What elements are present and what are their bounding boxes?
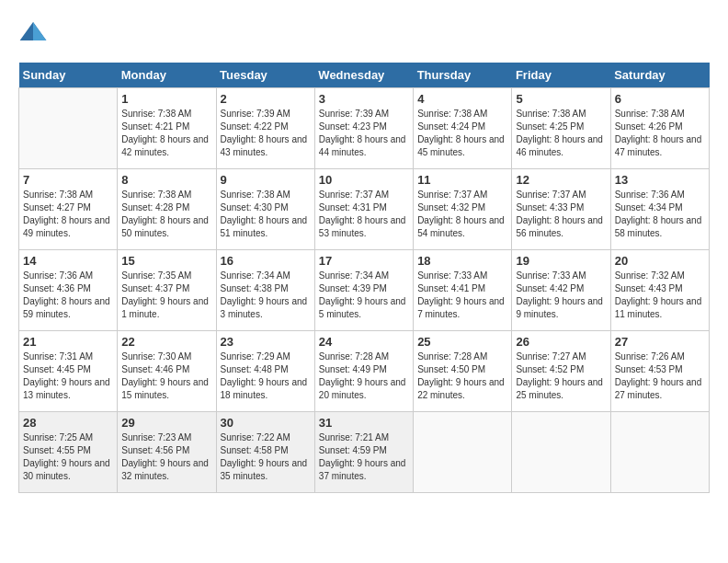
calendar-cell: 17Sunrise: 7:34 AMSunset: 4:39 PMDayligh… bbox=[314, 250, 413, 331]
day-info: Sunrise: 7:36 AMSunset: 4:34 PMDaylight:… bbox=[615, 189, 705, 240]
day-number: 7 bbox=[23, 173, 113, 187]
calendar-table: SundayMondayTuesdayWednesdayThursdayFrid… bbox=[18, 63, 710, 493]
day-number: 10 bbox=[319, 173, 409, 187]
week-row-4: 21Sunrise: 7:31 AMSunset: 4:45 PMDayligh… bbox=[19, 331, 710, 412]
day-info: Sunrise: 7:32 AMSunset: 4:43 PMDaylight:… bbox=[615, 270, 705, 321]
day-info: Sunrise: 7:36 AMSunset: 4:36 PMDaylight:… bbox=[23, 270, 113, 321]
calendar-cell: 6Sunrise: 7:38 AMSunset: 4:26 PMDaylight… bbox=[610, 88, 709, 169]
calendar-cell: 3Sunrise: 7:39 AMSunset: 4:23 PMDaylight… bbox=[314, 88, 413, 169]
day-info: Sunrise: 7:26 AMSunset: 4:53 PMDaylight:… bbox=[615, 350, 705, 402]
day-info: Sunrise: 7:37 AMSunset: 4:31 PMDaylight:… bbox=[319, 189, 409, 240]
day-info: Sunrise: 7:37 AMSunset: 4:32 PMDaylight:… bbox=[417, 189, 507, 240]
day-number: 1 bbox=[121, 92, 211, 106]
day-number: 30 bbox=[221, 416, 311, 430]
day-number: 9 bbox=[221, 173, 311, 187]
day-number: 31 bbox=[319, 416, 409, 430]
day-info: Sunrise: 7:30 AMSunset: 4:46 PMDaylight:… bbox=[121, 350, 211, 402]
calendar-cell: 13Sunrise: 7:36 AMSunset: 4:34 PMDayligh… bbox=[610, 169, 709, 250]
calendar-cell: 4Sunrise: 7:38 AMSunset: 4:24 PMDaylight… bbox=[414, 88, 512, 169]
week-row-2: 7Sunrise: 7:38 AMSunset: 4:27 PMDaylight… bbox=[19, 169, 710, 250]
calendar-cell: 30Sunrise: 7:22 AMSunset: 4:58 PMDayligh… bbox=[216, 412, 314, 493]
day-number: 4 bbox=[417, 92, 507, 106]
day-number: 29 bbox=[121, 416, 211, 430]
day-number: 14 bbox=[23, 254, 113, 268]
day-info: Sunrise: 7:37 AMSunset: 4:33 PMDaylight:… bbox=[516, 189, 606, 240]
day-header-wednesday: Wednesday bbox=[314, 63, 413, 88]
calendar-header-row: SundayMondayTuesdayWednesdayThursdayFrid… bbox=[19, 63, 710, 88]
day-number: 15 bbox=[121, 254, 211, 268]
week-row-5: 28Sunrise: 7:25 AMSunset: 4:55 PMDayligh… bbox=[19, 412, 710, 493]
calendar-cell: 14Sunrise: 7:36 AMSunset: 4:36 PMDayligh… bbox=[19, 250, 118, 331]
day-info: Sunrise: 7:34 AMSunset: 4:38 PMDaylight:… bbox=[221, 270, 311, 321]
day-header-monday: Monday bbox=[118, 63, 216, 88]
day-number: 25 bbox=[417, 335, 507, 349]
calendar-cell: 9Sunrise: 7:38 AMSunset: 4:30 PMDaylight… bbox=[216, 169, 314, 250]
calendar-cell: 26Sunrise: 7:27 AMSunset: 4:52 PMDayligh… bbox=[512, 331, 610, 412]
day-info: Sunrise: 7:33 AMSunset: 4:41 PMDaylight:… bbox=[417, 270, 507, 321]
day-number: 3 bbox=[319, 92, 409, 106]
calendar-cell: 2Sunrise: 7:39 AMSunset: 4:22 PMDaylight… bbox=[216, 88, 314, 169]
day-header-thursday: Thursday bbox=[414, 63, 512, 88]
day-number: 21 bbox=[23, 335, 113, 349]
day-number: 18 bbox=[417, 254, 507, 268]
calendar-cell: 12Sunrise: 7:37 AMSunset: 4:33 PMDayligh… bbox=[512, 169, 610, 250]
day-info: Sunrise: 7:25 AMSunset: 4:55 PMDaylight:… bbox=[23, 431, 113, 483]
calendar-cell: 29Sunrise: 7:23 AMSunset: 4:56 PMDayligh… bbox=[118, 412, 216, 493]
day-number: 16 bbox=[221, 254, 311, 268]
day-info: Sunrise: 7:35 AMSunset: 4:37 PMDaylight:… bbox=[121, 270, 211, 321]
calendar-cell: 20Sunrise: 7:32 AMSunset: 4:43 PMDayligh… bbox=[610, 250, 709, 331]
day-info: Sunrise: 7:38 AMSunset: 4:24 PMDaylight:… bbox=[417, 108, 507, 159]
day-info: Sunrise: 7:28 AMSunset: 4:49 PMDaylight:… bbox=[319, 350, 409, 402]
calendar-cell: 28Sunrise: 7:25 AMSunset: 4:55 PMDayligh… bbox=[19, 412, 118, 493]
day-info: Sunrise: 7:21 AMSunset: 4:59 PMDaylight:… bbox=[319, 431, 409, 483]
day-number: 26 bbox=[516, 335, 606, 349]
calendar-cell: 5Sunrise: 7:38 AMSunset: 4:25 PMDaylight… bbox=[512, 88, 610, 169]
day-info: Sunrise: 7:38 AMSunset: 4:27 PMDaylight:… bbox=[23, 189, 113, 240]
day-header-tuesday: Tuesday bbox=[216, 63, 314, 88]
day-number: 8 bbox=[121, 173, 211, 187]
calendar-cell bbox=[19, 88, 118, 169]
day-number: 24 bbox=[319, 335, 409, 349]
week-row-1: 1Sunrise: 7:38 AMSunset: 4:21 PMDaylight… bbox=[19, 88, 710, 169]
calendar-cell: 24Sunrise: 7:28 AMSunset: 4:49 PMDayligh… bbox=[314, 331, 413, 412]
calendar-cell: 25Sunrise: 7:28 AMSunset: 4:50 PMDayligh… bbox=[414, 331, 512, 412]
day-info: Sunrise: 7:31 AMSunset: 4:45 PMDaylight:… bbox=[23, 350, 113, 402]
day-number: 28 bbox=[23, 416, 113, 430]
calendar-cell: 27Sunrise: 7:26 AMSunset: 4:53 PMDayligh… bbox=[610, 331, 709, 412]
day-number: 13 bbox=[615, 173, 705, 187]
day-number: 6 bbox=[615, 92, 705, 106]
day-header-sunday: Sunday bbox=[19, 63, 118, 88]
day-info: Sunrise: 7:22 AMSunset: 4:58 PMDaylight:… bbox=[221, 431, 311, 483]
day-header-friday: Friday bbox=[512, 63, 610, 88]
calendar-cell: 21Sunrise: 7:31 AMSunset: 4:45 PMDayligh… bbox=[19, 331, 118, 412]
day-number: 19 bbox=[516, 254, 606, 268]
day-info: Sunrise: 7:27 AMSunset: 4:52 PMDaylight:… bbox=[516, 350, 606, 402]
day-number: 2 bbox=[221, 92, 311, 106]
day-info: Sunrise: 7:39 AMSunset: 4:23 PMDaylight:… bbox=[319, 108, 409, 159]
day-number: 12 bbox=[516, 173, 606, 187]
svg-marker-1 bbox=[33, 22, 46, 40]
day-info: Sunrise: 7:38 AMSunset: 4:21 PMDaylight:… bbox=[121, 108, 211, 159]
calendar-cell: 11Sunrise: 7:37 AMSunset: 4:32 PMDayligh… bbox=[414, 169, 512, 250]
day-header-saturday: Saturday bbox=[610, 63, 709, 88]
day-info: Sunrise: 7:34 AMSunset: 4:39 PMDaylight:… bbox=[319, 270, 409, 321]
day-info: Sunrise: 7:38 AMSunset: 4:25 PMDaylight:… bbox=[516, 108, 606, 159]
calendar-cell: 10Sunrise: 7:37 AMSunset: 4:31 PMDayligh… bbox=[314, 169, 413, 250]
day-number: 20 bbox=[615, 254, 705, 268]
calendar-cell: 1Sunrise: 7:38 AMSunset: 4:21 PMDaylight… bbox=[118, 88, 216, 169]
day-info: Sunrise: 7:38 AMSunset: 4:26 PMDaylight:… bbox=[615, 108, 705, 159]
day-info: Sunrise: 7:33 AMSunset: 4:42 PMDaylight:… bbox=[516, 270, 606, 321]
week-row-3: 14Sunrise: 7:36 AMSunset: 4:36 PMDayligh… bbox=[19, 250, 710, 331]
day-info: Sunrise: 7:23 AMSunset: 4:56 PMDaylight:… bbox=[121, 431, 211, 483]
calendar-cell bbox=[414, 412, 512, 493]
calendar-cell: 16Sunrise: 7:34 AMSunset: 4:38 PMDayligh… bbox=[216, 250, 314, 331]
calendar-cell bbox=[610, 412, 709, 493]
calendar-cell: 15Sunrise: 7:35 AMSunset: 4:37 PMDayligh… bbox=[118, 250, 216, 331]
logo bbox=[18, 18, 51, 48]
page-header bbox=[18, 18, 710, 48]
day-info: Sunrise: 7:39 AMSunset: 4:22 PMDaylight:… bbox=[221, 108, 311, 159]
day-info: Sunrise: 7:28 AMSunset: 4:50 PMDaylight:… bbox=[417, 350, 507, 402]
day-number: 11 bbox=[417, 173, 507, 187]
day-info: Sunrise: 7:38 AMSunset: 4:30 PMDaylight:… bbox=[221, 189, 311, 240]
calendar-cell: 23Sunrise: 7:29 AMSunset: 4:48 PMDayligh… bbox=[216, 331, 314, 412]
